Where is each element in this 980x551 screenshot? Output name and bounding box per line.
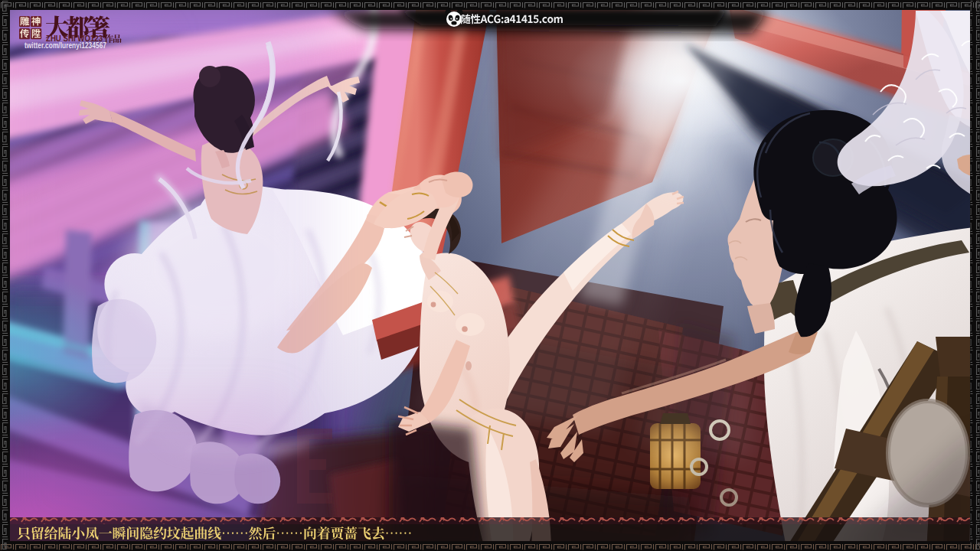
svg-text:twitter.com/lurenyi1234567: twitter.com/lurenyi1234567	[24, 41, 106, 50]
